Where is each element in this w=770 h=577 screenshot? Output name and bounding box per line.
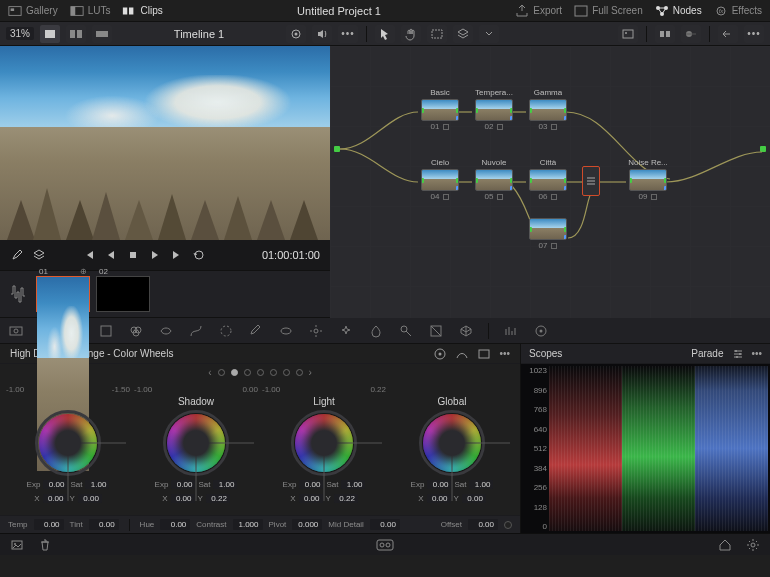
luts-button[interactable]: LUTs (70, 0, 111, 21)
exp-value[interactable]: 0.00 (299, 480, 323, 489)
color-wheel[interactable] (284, 410, 364, 476)
sat-value[interactable]: 1.00 (469, 480, 493, 489)
zone-dot[interactable] (257, 369, 264, 376)
node-options-icon[interactable] (655, 25, 675, 43)
pointer-icon[interactable] (375, 25, 395, 43)
y-value[interactable]: 0.00 (462, 494, 486, 503)
color-wheel[interactable] (412, 410, 492, 476)
contrast-value[interactable]: 1.000 (233, 519, 263, 530)
y-value[interactable]: 0.22 (206, 494, 230, 503)
view-cinema-icon[interactable] (92, 25, 112, 43)
tracking-icon[interactable] (308, 323, 324, 339)
hand-icon[interactable] (401, 25, 421, 43)
x-value[interactable]: 0.00 (171, 494, 195, 503)
rect-select-icon[interactable] (427, 25, 447, 43)
more-viewer-icon[interactable]: ••• (338, 25, 358, 43)
rgb-mixer-icon[interactable] (128, 323, 144, 339)
eyedropper-icon[interactable] (10, 248, 24, 262)
zone-prev-icon[interactable]: ‹ (208, 367, 211, 378)
scopes-settings-icon[interactable] (731, 347, 745, 361)
waveform-icon[interactable] (8, 277, 30, 311)
node-04[interactable]: Cielo 04 (418, 158, 462, 201)
stop-icon[interactable] (126, 248, 140, 262)
node-graph[interactable]: Basic 01 Tempera... 02 Gamma 03 Cielo 04… (330, 46, 770, 318)
hdr-expand-icon[interactable] (477, 347, 491, 361)
export-button[interactable]: Export (515, 0, 562, 21)
y-value[interactable]: 0.22 (334, 494, 358, 503)
offset-color-icon[interactable] (504, 521, 512, 529)
node-06[interactable]: Città 06 (526, 158, 570, 201)
curves-icon[interactable] (188, 323, 204, 339)
zone-dot[interactable] (218, 369, 225, 376)
key-icon[interactable] (398, 323, 414, 339)
color-wheel[interactable] (28, 410, 108, 476)
camera-raw-icon[interactable] (8, 323, 24, 339)
exp-value[interactable]: 0.00 (43, 480, 67, 489)
node-09[interactable]: Noise Re... 09 (626, 158, 670, 201)
zone-dot[interactable] (283, 369, 290, 376)
more-nodes-icon[interactable]: ••• (744, 25, 764, 43)
scopes-toggle-icon[interactable] (503, 323, 519, 339)
blur-icon[interactable] (368, 323, 384, 339)
nodes-button[interactable]: Nodes (655, 0, 702, 21)
sat-value[interactable]: 1.00 (213, 480, 237, 489)
clips-button[interactable]: Clips (122, 0, 162, 21)
info-icon[interactable] (533, 323, 549, 339)
chevron-down-icon[interactable] (479, 25, 499, 43)
pivot-value[interactable]: 0.000 (292, 519, 322, 530)
3d-icon[interactable] (458, 323, 474, 339)
node-03[interactable]: Gamma 03 (526, 88, 570, 131)
parallel-mixer-node[interactable] (582, 166, 600, 196)
image-wipe-icon[interactable] (286, 25, 306, 43)
grab-still-icon[interactable] (10, 538, 24, 552)
zone-dot[interactable] (244, 369, 251, 376)
zone-dot[interactable] (296, 369, 303, 376)
node-01[interactable]: Basic 01 (418, 88, 462, 131)
temp-value[interactable]: 0.00 (34, 519, 64, 530)
x-value[interactable]: 0.00 (299, 494, 323, 503)
scopes-mode[interactable]: Parade (691, 348, 723, 359)
zone-next-icon[interactable]: › (309, 367, 312, 378)
window-icon[interactable] (278, 323, 294, 339)
undo-icon[interactable] (718, 25, 738, 43)
node-05[interactable]: Nuvole 05 (472, 158, 516, 201)
layers-icon[interactable] (453, 25, 473, 43)
node-thumb-icon[interactable] (618, 25, 638, 43)
x-value[interactable]: 0.00 (427, 494, 451, 503)
play-icon[interactable] (148, 248, 162, 262)
zone-dot[interactable] (231, 369, 238, 376)
node-07[interactable]: 07 (526, 216, 570, 250)
node-02[interactable]: Tempera... 02 (472, 88, 516, 131)
magic-mask-icon[interactable] (338, 323, 354, 339)
hdr-more-icon[interactable]: ••• (499, 348, 510, 359)
trash-icon[interactable] (38, 538, 52, 552)
exp-value[interactable]: 0.00 (171, 480, 195, 489)
color-warper-icon[interactable] (218, 323, 234, 339)
zoom-percent[interactable]: 31% (6, 27, 34, 40)
view-dual-icon[interactable] (66, 25, 86, 43)
tint-value[interactable]: 0.00 (89, 519, 119, 530)
zone-dot[interactable] (270, 369, 277, 376)
sat-value[interactable]: 1.00 (341, 480, 365, 489)
first-frame-icon[interactable] (82, 248, 96, 262)
sizing-icon[interactable] (428, 323, 444, 339)
timeline-name[interactable]: Timeline 1 (144, 28, 254, 40)
effects-button[interactable]: fx Effects (714, 0, 762, 21)
viewer[interactable] (0, 46, 330, 240)
graph-output-port[interactable] (760, 146, 766, 152)
fullscreen-button[interactable]: Full Screen (574, 0, 643, 21)
graph-input-port[interactable] (334, 146, 340, 152)
qualifier-icon[interactable] (248, 323, 264, 339)
node-slider-icon[interactable] (681, 25, 701, 43)
middetail-value[interactable]: 0.00 (370, 519, 400, 530)
exp-value[interactable]: 0.00 (427, 480, 451, 489)
home-icon[interactable] (718, 538, 732, 552)
last-frame-icon[interactable] (170, 248, 184, 262)
loop-icon[interactable] (192, 248, 206, 262)
view-single-icon[interactable] (40, 25, 60, 43)
hdr-graph-icon[interactable] (455, 347, 469, 361)
clip-thumb-1[interactable]: 01 ⊕ (36, 276, 90, 312)
clip-thumb-2[interactable]: 02 (96, 276, 150, 312)
hue-value[interactable]: 0.00 (160, 519, 190, 530)
timecode[interactable]: 01:00:01:00 (262, 249, 320, 261)
